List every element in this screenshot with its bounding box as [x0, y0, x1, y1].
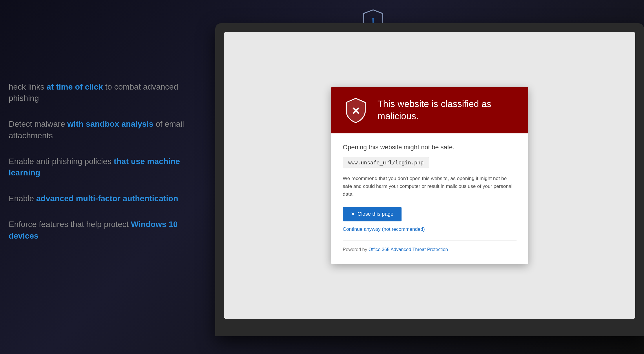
close-button-label: Close this page — [357, 211, 393, 217]
malicious-shield-icon: ✕ — [343, 97, 369, 123]
powered-by-prefix: Powered by — [343, 247, 368, 252]
features-panel: heck links at time of click to combat ad… — [9, 81, 188, 256]
close-page-button[interactable]: ✕ Close this page — [343, 207, 402, 221]
feature-item-2: Detect malware with sandbox analysis of … — [9, 118, 188, 141]
laptop-screen: ✕ This website is classified as maliciou… — [224, 32, 635, 319]
feature-1-highlight: at time of click — [47, 82, 103, 91]
close-button-icon: ✕ — [351, 211, 355, 217]
dialog-body: Opening this website might not be safe. … — [331, 133, 528, 264]
unsafe-url: www.unsafe_url/login.php — [343, 157, 429, 168]
continue-anyway-link[interactable]: Continue anyway (not recommended) — [343, 226, 517, 232]
feature-item-3: Enable anti-phishing policies that use m… — [9, 156, 188, 178]
laptop-frame: ✕ This website is classified as maliciou… — [215, 23, 644, 336]
dialog-warning-text: We recommend that you don't open this we… — [343, 175, 517, 198]
dialog-header: ✕ This website is classified as maliciou… — [331, 87, 528, 133]
feature-5-prefix: Enforce features that help protect — [9, 220, 131, 229]
dialog-subtitle: Opening this website might not be safe. — [343, 144, 517, 151]
feature-item-1: heck links at time of click to combat ad… — [9, 81, 188, 104]
powered-by-link[interactable]: Office 365 Advanced Threat Protection — [368, 247, 448, 252]
powered-by: Powered by Office 365 Advanced Threat Pr… — [343, 240, 517, 252]
feature-2-prefix: Detect malware — [9, 119, 67, 128]
dialog-title: This website is classified as malicious. — [377, 98, 517, 122]
feature-3-prefix: Enable anti-phishing policies — [9, 157, 114, 166]
svg-text:✕: ✕ — [351, 105, 360, 117]
feature-1-prefix: heck links — [9, 82, 47, 91]
feature-4-prefix: Enable — [9, 194, 36, 203]
feature-item-4: Enable advanced multi-factor authenticat… — [9, 193, 188, 204]
warning-dialog: ✕ This website is classified as maliciou… — [331, 87, 528, 264]
feature-item-5: Enforce features that help protect Windo… — [9, 219, 188, 241]
device-frame: ✕ This website is classified as maliciou… — [215, 23, 644, 336]
feature-4-highlight: advanced multi-factor authentication — [36, 194, 178, 203]
feature-2-highlight: with sandbox analysis — [67, 119, 153, 128]
